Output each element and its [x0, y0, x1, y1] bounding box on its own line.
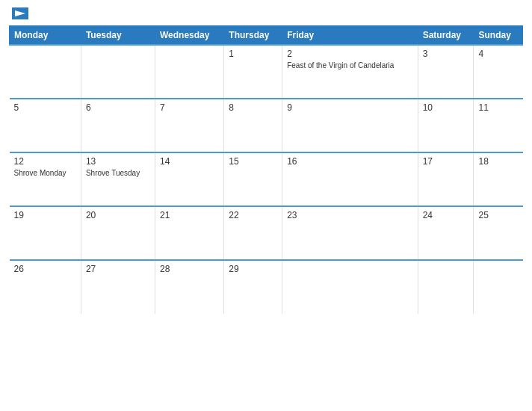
day-number: 5: [14, 102, 76, 113]
week-row-1: 12Feast of the Virgin of Candelaria34: [10, 45, 523, 99]
day-number: 25: [478, 210, 518, 220]
calendar-cell: 6: [81, 99, 155, 152]
calendar-cell: 9: [282, 99, 418, 152]
day-number: 6: [86, 102, 150, 113]
holiday-label: Shrove Monday: [14, 169, 66, 177]
calendar-cell: 17: [418, 152, 474, 206]
calendar-cell: 18: [474, 152, 523, 206]
calendar-cell: 23: [282, 206, 418, 260]
logo-flag-icon: [12, 7, 28, 19]
day-number: 24: [423, 210, 469, 220]
calendar-cell: 22: [224, 206, 282, 260]
calendar-cell: 29: [224, 260, 282, 314]
calendar-cell: 25: [474, 206, 523, 260]
day-number: 13: [86, 156, 150, 167]
calendar-cell: 16: [282, 152, 418, 206]
day-number: 26: [14, 264, 76, 274]
day-number: 11: [478, 102, 518, 113]
day-number: 17: [423, 156, 469, 167]
holiday-label: Shrove Tuesday: [86, 169, 140, 177]
calendar-cell: [155, 45, 223, 99]
day-number: 16: [287, 156, 413, 167]
calendar-cell: 3: [418, 45, 474, 99]
calendar-cell: 1: [224, 45, 282, 99]
week-row-2: 567891011: [10, 99, 523, 152]
calendar-cell: 21: [155, 206, 223, 260]
day-number: 18: [478, 156, 518, 167]
calendar-header: [9, 7, 523, 19]
calendar-cell: 11: [474, 99, 523, 152]
calendar-cell: 14: [155, 152, 223, 206]
calendar-cell: 28: [155, 260, 223, 314]
calendar-cell: 19: [10, 206, 81, 260]
weekday-header-sunday: Sunday: [474, 26, 523, 46]
weekday-header-tuesday: Tuesday: [81, 26, 155, 46]
holiday-label: Feast of the Virgin of Candelaria: [287, 61, 394, 69]
calendar-table: MondayTuesdayWednesdayThursdayFridaySatu…: [9, 25, 523, 314]
logo: [9, 7, 28, 19]
day-number: 3: [423, 49, 469, 59]
calendar-cell: [10, 45, 81, 99]
day-number: 15: [229, 156, 277, 167]
calendar-cell: 26: [10, 260, 81, 314]
calendar-cell: [81, 45, 155, 99]
calendar-cell: 13Shrove Tuesday: [81, 152, 155, 206]
weekday-header-friday: Friday: [282, 26, 418, 46]
week-row-3: 12Shrove Monday13Shrove Tuesday141516171…: [10, 152, 523, 206]
day-number: 21: [160, 210, 219, 220]
weekday-header-thursday: Thursday: [224, 26, 282, 46]
calendar-cell: [418, 260, 474, 314]
day-number: 7: [160, 102, 219, 113]
day-number: 1: [229, 49, 277, 59]
weekday-header-wednesday: Wednesday: [155, 26, 223, 46]
week-row-4: 19202122232425: [10, 206, 523, 260]
day-number: 9: [287, 102, 413, 113]
day-number: 23: [287, 210, 413, 220]
day-number: 10: [423, 102, 469, 113]
calendar-cell: 10: [418, 99, 474, 152]
calendar-cell: 20: [81, 206, 155, 260]
weekday-header-monday: Monday: [10, 26, 81, 46]
day-number: 28: [160, 264, 219, 274]
day-number: 14: [160, 156, 219, 167]
day-number: 2: [287, 49, 413, 59]
day-number: 4: [478, 49, 518, 59]
weekday-header-saturday: Saturday: [418, 26, 474, 46]
calendar-cell: 5: [10, 99, 81, 152]
calendar-cell: [282, 260, 418, 314]
day-number: 19: [14, 210, 76, 220]
calendar-cell: 24: [418, 206, 474, 260]
calendar-cell: 7: [155, 99, 223, 152]
calendar-cell: 8: [224, 99, 282, 152]
calendar-cell: [474, 260, 523, 314]
day-number: 12: [14, 156, 76, 167]
calendar-cell: 2Feast of the Virgin of Candelaria: [282, 45, 418, 99]
calendar-container: MondayTuesdayWednesdayThursdayFridaySatu…: [0, 0, 532, 411]
calendar-cell: 15: [224, 152, 282, 206]
calendar-cell: 4: [474, 45, 523, 99]
day-number: 8: [229, 102, 277, 113]
day-number: 27: [86, 264, 150, 274]
calendar-cell: 12Shrove Monday: [10, 152, 81, 206]
week-row-5: 26272829: [10, 260, 523, 314]
calendar-cell: 27: [81, 260, 155, 314]
day-number: 20: [86, 210, 150, 220]
weekday-header-row: MondayTuesdayWednesdayThursdayFridaySatu…: [10, 26, 523, 46]
day-number: 29: [229, 264, 277, 274]
day-number: 22: [229, 210, 277, 220]
